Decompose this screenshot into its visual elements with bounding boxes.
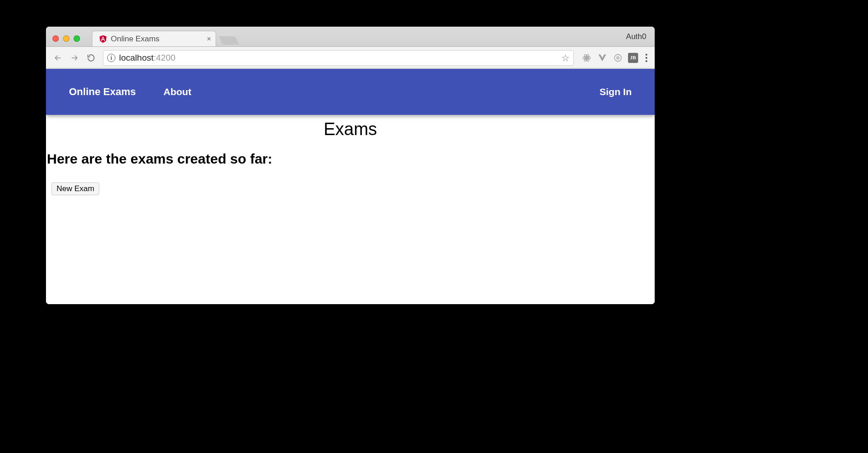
vue-devtools-icon[interactable] <box>597 52 608 63</box>
window-close-button[interactable] <box>52 35 59 42</box>
url-port: :4200 <box>154 53 176 62</box>
browser-menu-icon[interactable] <box>643 54 650 62</box>
new-tab-button[interactable] <box>219 36 239 45</box>
tab-title: Online Exams <box>111 34 160 44</box>
svg-point-4 <box>615 54 622 61</box>
browser-tab[interactable]: Online Exams × <box>92 31 216 46</box>
svg-point-5 <box>617 57 619 59</box>
svg-point-0 <box>586 57 587 58</box>
nav-about-link[interactable]: About <box>164 86 192 97</box>
browser-toolbar: i localhost:4200 ☆ JB <box>46 47 655 69</box>
new-exam-button[interactable]: New Exam <box>51 182 99 195</box>
jetbrains-extension-icon[interactable]: JB <box>628 53 638 63</box>
window-minimize-button[interactable] <box>63 35 69 42</box>
react-devtools-icon[interactable] <box>581 52 592 63</box>
page-subtitle: Here are the exams created so far: <box>47 151 655 167</box>
extension-icons: JB <box>578 52 650 63</box>
profile-name[interactable]: Auth0 <box>626 27 646 47</box>
browser-window: Online Exams × Auth0 i localhost:4200 ☆ <box>46 27 655 304</box>
page-content: Exams Here are the exams created so far:… <box>46 115 655 195</box>
bookmark-star-icon[interactable]: ☆ <box>561 52 570 63</box>
window-controls <box>51 35 83 46</box>
site-info-icon[interactable]: i <box>107 54 115 62</box>
window-maximize-button[interactable] <box>74 35 80 42</box>
forward-button[interactable] <box>67 51 82 65</box>
url-text: localhost:4200 <box>119 53 176 63</box>
reload-button[interactable] <box>84 51 98 65</box>
page: Online Exams About Sign In Exams Here ar… <box>46 69 655 304</box>
signin-link[interactable]: Sign In <box>600 86 632 97</box>
brand-link[interactable]: Online Exams <box>69 86 136 98</box>
tab-strip: Online Exams × Auth0 <box>46 27 655 47</box>
extension-icon[interactable] <box>612 52 623 63</box>
app-navbar: Online Exams About Sign In <box>46 69 655 115</box>
address-bar[interactable]: i localhost:4200 ☆ <box>103 50 574 66</box>
url-host: localhost <box>119 53 154 62</box>
page-title: Exams <box>46 119 655 139</box>
angular-icon <box>99 35 107 43</box>
back-button[interactable] <box>51 51 65 65</box>
close-tab-icon[interactable]: × <box>207 35 211 43</box>
